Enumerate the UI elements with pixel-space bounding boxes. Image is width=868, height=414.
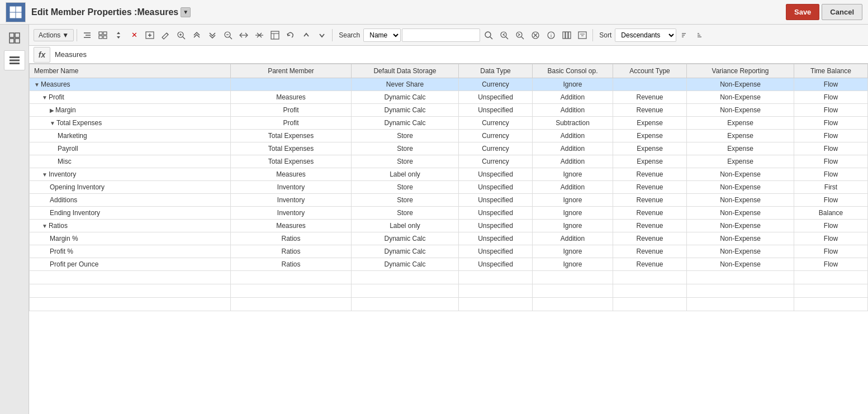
svg-rect-16 [99,36,102,39]
collapse-icon[interactable]: ▼ [50,120,55,126]
side-nav-grid-icon[interactable] [4,28,25,48]
cell-member-name: ▼Measures [30,78,231,91]
search-input[interactable] [402,28,480,42]
cell-datatype: Unspecified [459,181,533,194]
toolbar-sort-desc-icon[interactable] [693,28,708,42]
toolbar-indent-icon[interactable] [80,28,94,42]
col-basic-consol: Basic Consol op. [533,64,613,78]
toolbar-search-reset-icon[interactable] [528,28,543,42]
formula-icon: fx [34,47,50,63]
svg-marker-18 [117,32,120,34]
cell-datatype: Unspecified [459,91,533,104]
table-row[interactable]: MiscTotal ExpensesStoreCurrencyAdditionE… [30,155,868,168]
toolbar-down-icon[interactable] [315,28,329,42]
table-area[interactable]: Member Name Parent Member Default Data S… [29,64,868,414]
toolbar-collapse-col-icon[interactable] [252,28,267,42]
col-variance: Variance Reporting [687,64,794,78]
table-row[interactable]: ▼ProfitMeasuresDynamic CalcUnspecifiedAd… [30,91,868,104]
table-row[interactable]: AdditionsInventoryStoreUnspecifiedIgnore… [30,194,868,207]
save-button[interactable]: Save [786,4,819,20]
toolbar-search-next-icon[interactable] [513,28,527,42]
cell-parent: Measures [231,91,352,104]
table-row[interactable]: ▼Total ExpensesProfitDynamic CalcCurrenc… [30,117,868,130]
toolbar-search-prev-icon[interactable] [497,28,511,42]
cell-time: Flow [794,194,868,207]
table-row[interactable]: Margin %RatiosDynamic CalcUnspecifiedAdd… [30,232,868,245]
cell-storage: Label only [352,168,459,181]
cell-member-name: Additions [30,194,231,207]
toolbar-delete-icon[interactable]: ✕ [127,28,141,42]
table-row[interactable]: Ending InventoryInventoryStoreUnspecifie… [30,207,868,220]
cell-consol: Addition [533,130,613,142]
cell-consol: Addition [533,142,613,155]
cell-member-name: Profit per Ounce [30,258,231,271]
table-row[interactable]: ▼RatiosMeasuresLabel onlyUnspecifiedIgno… [30,220,868,232]
cell-account: Revenue [613,232,687,245]
toolbar-list-icon[interactable] [96,28,110,42]
collapse-icon[interactable]: ▼ [42,223,48,229]
cell-parent: Measures [231,168,352,181]
toolbar-up-icon[interactable] [299,28,314,42]
table-row[interactable]: Profit %RatiosDynamic CalcUnspecifiedIgn… [30,245,868,258]
table-row[interactable]: ▶MarginProfitDynamic CalcUnspecifiedAddi… [30,104,868,117]
col-member-name: Member Name [30,64,231,78]
collapse-icon[interactable]: ▼ [42,172,48,178]
table-row[interactable]: Opening InventoryInventoryStoreUnspecifi… [30,181,868,194]
cell-member-name: Profit % [30,245,231,258]
svg-line-41 [521,37,524,39]
toolbar-table-icon[interactable] [268,28,282,42]
cell-consol: Addition [533,155,613,168]
toolbar-add-icon[interactable] [143,28,157,42]
toolbar-collapse-icon[interactable] [205,28,220,42]
table-row[interactable]: Profit per OunceRatiosDynamic CalcUnspec… [30,258,868,271]
toolbar-edit-icon[interactable] [158,28,173,42]
table-row-empty [30,271,868,284]
toolbar-expand-icon[interactable] [189,28,204,42]
cell-account: Expense [613,130,687,142]
svg-rect-7 [15,39,20,43]
cell-storage: Store [352,142,459,155]
collapse-icon[interactable]: ▼ [34,82,40,88]
svg-rect-33 [271,31,279,39]
toolbar-undo-icon[interactable] [283,28,298,42]
toolbar-sort-asc-icon[interactable] [677,28,692,42]
col-account-type: Account Type [613,64,687,78]
table-row[interactable]: PayrollTotal ExpensesStoreCurrencyAdditi… [30,142,868,155]
sep2 [332,29,333,41]
cell-account: Revenue [613,104,687,117]
toolbar-zoom-out-icon[interactable] [221,28,235,42]
cell-variance: Non-Expense [687,207,794,220]
toolbar-filter-icon[interactable] [575,28,590,42]
cell-storage: Never Share [352,78,459,91]
collapse-icon[interactable]: ▼ [42,94,48,101]
toolbar-column-icon[interactable] [559,28,574,42]
title-dropdown-button[interactable]: ▼ [181,7,191,17]
svg-rect-8 [10,56,20,58]
side-nav [0,25,29,414]
svg-rect-47 [568,32,571,39]
toolbar-expand-col-icon[interactable] [236,28,251,42]
toolbar-zoom-in-icon[interactable] [174,28,188,42]
cell-variance: Non-Expense [687,181,794,194]
table-row[interactable]: ▼MeasuresNever ShareCurrencyIgnoreNon-Ex… [30,78,868,91]
search-type-select[interactable]: Name [363,28,401,42]
cell-consol: Ignore [533,78,613,91]
cell-datatype: Unspecified [459,168,533,181]
toolbar-search-go-icon[interactable] [481,28,496,42]
expand-icon[interactable]: ▶ [50,107,54,113]
toolbar-info-icon[interactable]: i [544,28,558,42]
cell-parent: Measures [231,220,352,232]
cell-member-name: Opening Inventory [30,181,231,194]
cancel-button[interactable]: Cancel [822,4,862,20]
cell-account: Revenue [613,168,687,181]
sort-select[interactable]: Descendants [615,28,676,42]
side-nav-list-icon[interactable] [4,50,25,70]
actions-button[interactable]: Actions ▼ [34,29,74,41]
table-row[interactable]: MarketingTotal ExpensesStoreCurrencyAddi… [30,130,868,142]
toolbar-move-icon[interactable] [111,28,126,42]
table-row[interactable]: ▼InventoryMeasuresLabel onlyUnspecifiedI… [30,168,868,181]
cell-variance: Expense [687,117,794,130]
cell-parent: Total Expenses [231,130,352,142]
cell-storage: Dynamic Calc [352,104,459,117]
cell-member-name: Misc [30,155,231,168]
